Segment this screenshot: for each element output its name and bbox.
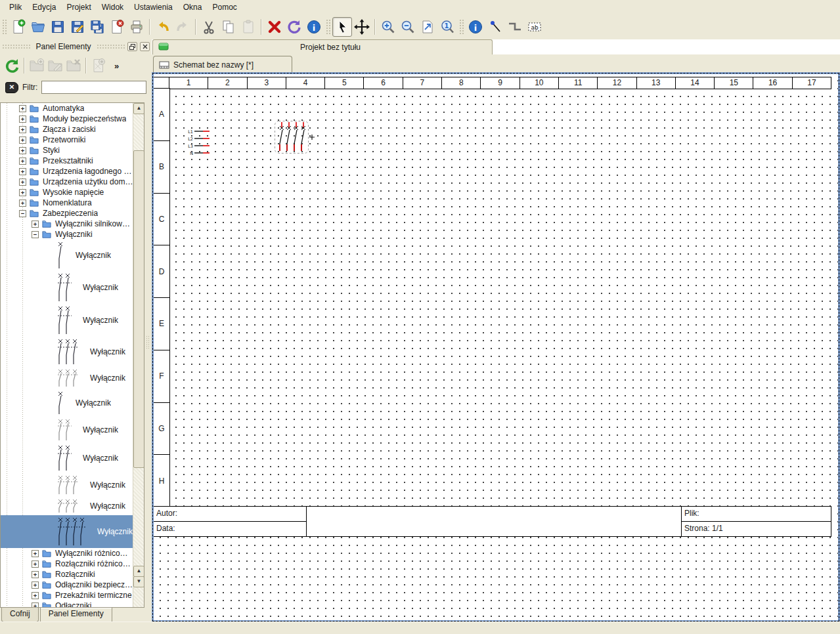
save-button[interactable] <box>48 17 68 37</box>
phase-labels-element[interactable]: L1L2L3N <box>185 126 213 161</box>
rotate-button[interactable] <box>284 17 304 37</box>
expand-toggle-icon[interactable]: + <box>19 179 26 186</box>
add-conductor-button[interactable] <box>505 17 525 37</box>
expand-toggle-icon[interactable]: + <box>19 126 26 133</box>
panel-float-button[interactable] <box>127 42 137 51</box>
scrollbar-thumb[interactable] <box>133 150 144 468</box>
tree-folder-styki[interactable]: +Styki <box>1 145 133 156</box>
menu-projekt[interactable]: Projekt <box>61 1 96 14</box>
close-file-button[interactable] <box>107 17 127 37</box>
delete-button[interactable] <box>265 17 284 37</box>
menu-plik[interactable]: Plik <box>4 1 27 14</box>
open-project-button[interactable] <box>28 17 48 37</box>
expand-toggle-icon[interactable]: + <box>32 602 39 608</box>
toolbar-handle[interactable] <box>458 18 464 35</box>
expand-toggle-icon[interactable]: + <box>19 189 26 196</box>
select-tool-button[interactable] <box>332 17 352 37</box>
tree-folder-urz-dzenia-u-ytku-domo-[interactable]: +Urządzenia użytku domo... <box>1 177 133 187</box>
tree-element-wylacznik-3p[interactable]: Wyłącznik <box>1 337 133 367</box>
expand-toggle-icon[interactable]: + <box>19 168 26 175</box>
new-element-button[interactable] <box>89 56 108 75</box>
clear-filter-icon[interactable]: ✕ <box>5 82 18 93</box>
breaker-element-selected[interactable] <box>274 120 316 158</box>
expand-toggle-icon[interactable]: + <box>19 105 26 112</box>
tree-folder-automatyka[interactable]: +Automatyka <box>1 103 133 114</box>
menu-okna[interactable]: Okna <box>178 1 208 14</box>
zoom-out-button[interactable] <box>398 17 418 37</box>
reload-collection-button[interactable] <box>3 56 21 75</box>
add-text-button[interactable] <box>525 17 544 37</box>
expand-toggle-icon[interactable]: + <box>32 571 39 578</box>
tree-folder-modu-y-bezpiecze-stwa[interactable]: +Moduły bezpieczeństwa <box>1 114 133 124</box>
tree-folder-przeka-niki-termiczne[interactable]: +Przekaźniki termiczne <box>1 590 133 601</box>
toolbar-handle[interactable] <box>325 18 331 35</box>
tree-element-wylacznik-2p[interactable]: Wyłącznik <box>1 271 133 304</box>
schema-tab[interactable]: Schemat bez nazwy [*] <box>153 56 292 74</box>
expand-toggle-icon[interactable]: − <box>32 231 39 238</box>
tree-folder-przetworniki[interactable]: +Przetworniki <box>1 135 133 145</box>
new-document-button[interactable] <box>9 17 28 37</box>
expand-toggle-icon[interactable]: + <box>19 147 26 154</box>
delete-category-button[interactable] <box>64 56 83 75</box>
panel-splitter[interactable] <box>144 102 152 608</box>
tree-folder-wy-czniki[interactable]: −Wyłączniki <box>1 229 133 240</box>
zoom-in-button[interactable] <box>378 17 398 37</box>
menu-ustawienia[interactable]: Ustawienia <box>129 1 178 14</box>
expand-toggle-icon[interactable]: + <box>19 200 26 207</box>
menu-pomoc[interactable]: Pomoc <box>207 1 242 14</box>
edit-category-button[interactable] <box>46 56 64 75</box>
tree-folder-roz-czniki-r-nicowo-[interactable]: +Rozłączniki różnicowo... <box>1 559 133 569</box>
diagram-canvas[interactable]: 1234567891011121314151617 ABCDEFGH Autor… <box>152 72 840 622</box>
copy-button[interactable] <box>219 17 238 37</box>
expand-toggle-icon[interactable]: + <box>32 581 39 589</box>
tree-folder-z-cza-i-zaciski[interactable]: +Złącza i zaciski <box>1 124 133 135</box>
tree-folder-urz-dzenia-agodnego-ro-[interactable]: +Urządzenia łagodnego ro... <box>1 166 133 177</box>
tree-element-wylacznik-2p[interactable]: Wyłącznik <box>1 304 133 337</box>
add-node-button[interactable] <box>485 17 505 37</box>
move-tool-button[interactable] <box>352 17 372 37</box>
expand-toggle-icon[interactable]: + <box>19 158 26 165</box>
filter-input[interactable] <box>41 81 146 94</box>
tree-folder-przekszta-tniki[interactable]: +Przekształtniki <box>1 156 133 166</box>
cut-button[interactable] <box>199 17 219 37</box>
new-category-button[interactable] <box>28 56 46 75</box>
tree-element-wylacznik-1p[interactable]: Wyłącznik <box>1 389 133 417</box>
save-as-button[interactable] <box>68 17 87 37</box>
diagram-info-button[interactable] <box>466 17 485 37</box>
tree-folder-zabezpieczenia[interactable]: −Zabezpieczenia <box>1 208 133 219</box>
undo-button[interactable] <box>153 17 173 37</box>
panel-close-button[interactable] <box>140 42 150 51</box>
scroll-up2-icon[interactable]: ▲ <box>133 566 144 577</box>
properties-button[interactable] <box>304 17 324 37</box>
tree-element-wylacznik-3p[interactable]: Wyłącznik <box>1 497 133 515</box>
tree-folder-od-czniki-bezpieczni-[interactable]: +Odłączniki bezpieczni... <box>1 580 133 590</box>
tree-element-wylacznik-2p[interactable]: Wyłącznik <box>1 443 133 473</box>
expand-toggle-icon[interactable]: − <box>19 210 26 217</box>
scroll-up-icon[interactable]: ▲ <box>133 103 144 114</box>
zoom-fit-button[interactable] <box>418 17 437 37</box>
tree-element-wylacznik-3p[interactable]: Wyłącznik <box>1 473 133 497</box>
tree-folder-wy-czniki-silnikowe-gv[interactable]: +Wyłączniki silnikowe GV <box>1 219 133 229</box>
dock-tab-cofnij[interactable]: Cofnij <box>1 608 39 622</box>
tree-element-wylacznik-4p[interactable]: Wyłącznik <box>1 515 133 548</box>
zoom-reset-button[interactable] <box>437 17 457 37</box>
print-button[interactable] <box>127 17 146 37</box>
tree-element-wylacznik-1p[interactable]: Wyłącznik <box>1 240 133 271</box>
tree-folder-od-czniki[interactable]: +Odłączniki <box>1 601 133 607</box>
project-tab[interactable]: Projekt bez tytułu <box>152 39 493 54</box>
panel-title-bar[interactable]: Panel Elementy <box>0 39 152 54</box>
panel-toolbar-overflow-button[interactable]: » <box>110 60 123 72</box>
tree-element-wylacznik-3p[interactable]: Wyłącznik <box>1 367 133 389</box>
tree-folder-wy-czniki-r-nicowo-[interactable]: +Wyłączniki różnicowo... <box>1 548 133 559</box>
expand-toggle-icon[interactable]: + <box>32 550 39 557</box>
tree-scrollbar[interactable]: ▲ ▲ ▼ <box>133 103 144 607</box>
tree-folder-wysokie-napi-cie[interactable]: +Wysokie napięcie <box>1 187 133 198</box>
paste-button[interactable] <box>238 17 258 37</box>
save-all-button[interactable] <box>87 17 107 37</box>
expand-toggle-icon[interactable]: + <box>32 221 39 228</box>
tree-folder-nomenklatura[interactable]: +Nomenklatura <box>1 198 133 208</box>
scroll-down-icon[interactable]: ▼ <box>133 576 144 587</box>
redo-button[interactable] <box>173 17 192 37</box>
menu-widok[interactable]: Widok <box>97 1 129 14</box>
expand-toggle-icon[interactable]: + <box>32 560 39 568</box>
